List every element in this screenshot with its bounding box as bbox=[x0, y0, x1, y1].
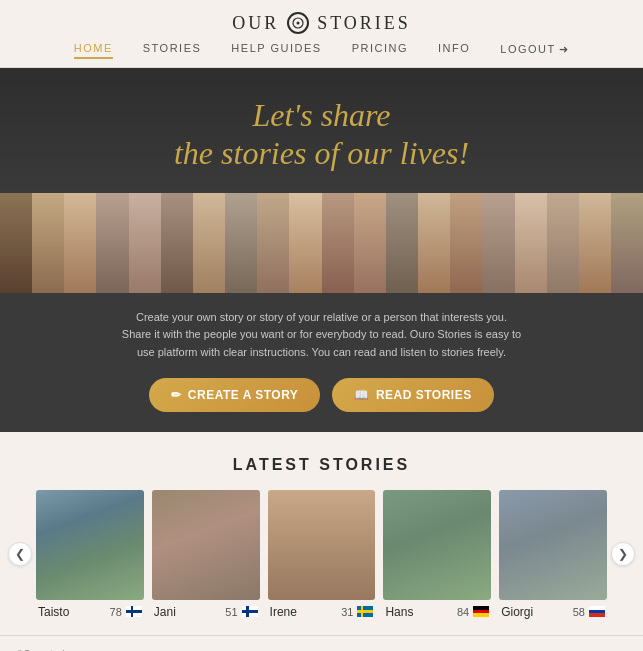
story-card-irene: Irene 31 bbox=[268, 490, 376, 619]
face-4 bbox=[96, 193, 128, 293]
face-16 bbox=[482, 193, 514, 293]
hero-buttons: ✏ CREATE A STORY 📖 READ STORIES bbox=[120, 378, 523, 412]
story-name-irene: Irene bbox=[270, 605, 297, 619]
hero-description: Create your own story or story of your r… bbox=[120, 309, 523, 362]
russia-flag-giorgi bbox=[589, 606, 605, 617]
carousel-prev-button[interactable]: ❮ bbox=[8, 542, 32, 566]
stories-list: Taisto 78 Jani 51 bbox=[32, 490, 611, 619]
story-name-hans: Hans bbox=[385, 605, 413, 619]
chevron-right-icon: ❯ bbox=[618, 547, 628, 561]
face-19 bbox=[579, 193, 611, 293]
nav-pricing[interactable]: PRICING bbox=[352, 42, 408, 59]
story-card-giorgi: Giorgi 58 bbox=[499, 490, 607, 619]
face-2 bbox=[32, 193, 64, 293]
finland-flag-taisto bbox=[126, 606, 142, 617]
story-age-hans: 84 bbox=[457, 606, 469, 618]
logo-icon bbox=[287, 12, 309, 34]
face-11 bbox=[322, 193, 354, 293]
story-age-flag-irene: 31 bbox=[341, 606, 373, 618]
story-info-giorgi: Giorgi 58 bbox=[499, 600, 607, 619]
story-info-jani: Jani 51 bbox=[152, 600, 260, 619]
latest-stories-title: LATEST STORIES bbox=[0, 456, 643, 474]
story-card-jani: Jani 51 bbox=[152, 490, 260, 619]
nav-logout[interactable]: LOGOUT ➜ bbox=[500, 42, 569, 59]
carousel-next-button[interactable]: ❯ bbox=[611, 542, 635, 566]
site-footer: ©Ourostories bbox=[0, 635, 643, 651]
finland-flag-jani bbox=[242, 606, 258, 617]
story-card-taisto: Taisto 78 bbox=[36, 490, 144, 619]
face-18 bbox=[547, 193, 579, 293]
nav-stories[interactable]: STORIES bbox=[143, 42, 202, 59]
story-card-hans: Hans 84 bbox=[383, 490, 491, 619]
story-image-taisto bbox=[36, 490, 144, 600]
read-stories-button[interactable]: 📖 READ STORIES bbox=[332, 378, 493, 412]
story-info-irene: Irene 31 bbox=[268, 600, 376, 619]
face-8 bbox=[225, 193, 257, 293]
story-age-jani: 51 bbox=[225, 606, 237, 618]
hero-section: Let's share the stories of our lives! bbox=[0, 68, 643, 432]
logo: OUR STORIES bbox=[0, 12, 643, 34]
chevron-left-icon: ❮ bbox=[15, 547, 25, 561]
story-name-jani: Jani bbox=[154, 605, 176, 619]
face-20 bbox=[611, 193, 643, 293]
face-15 bbox=[450, 193, 482, 293]
stories-carousel: ❮ Taisto 78 bbox=[0, 490, 643, 619]
main-nav: HOME STORIES HELP GUIDES PRICING INFO LO… bbox=[0, 42, 643, 59]
face-1 bbox=[0, 193, 32, 293]
pencil-icon: ✏ bbox=[171, 388, 182, 402]
story-info-taisto: Taisto 78 bbox=[36, 600, 144, 619]
face-3 bbox=[64, 193, 96, 293]
story-image-hans bbox=[383, 490, 491, 600]
hero-title-line1: Let's share bbox=[20, 96, 623, 134]
face-14 bbox=[418, 193, 450, 293]
story-age-flag-giorgi: 58 bbox=[573, 606, 605, 618]
hero-lower: Create your own story or story of your r… bbox=[0, 293, 643, 432]
story-info-hans: Hans 84 bbox=[383, 600, 491, 619]
face-13 bbox=[386, 193, 418, 293]
site-header: OUR STORIES HOME STORIES HELP GUIDES PRI… bbox=[0, 0, 643, 68]
story-name-giorgi: Giorgi bbox=[501, 605, 533, 619]
story-age-irene: 31 bbox=[341, 606, 353, 618]
nav-home[interactable]: HOME bbox=[74, 42, 113, 59]
face-12 bbox=[354, 193, 386, 293]
logo-text-left: OUR bbox=[232, 13, 279, 34]
book-icon: 📖 bbox=[354, 388, 370, 402]
hero-title-line2: the stories of our lives! bbox=[20, 134, 623, 172]
nav-help-guides[interactable]: HELP GUIDES bbox=[231, 42, 321, 59]
logo-text-right: STORIES bbox=[317, 13, 411, 34]
story-name-taisto: Taisto bbox=[38, 605, 69, 619]
face-10 bbox=[289, 193, 321, 293]
story-image-giorgi bbox=[499, 490, 607, 600]
latest-stories-section: LATEST STORIES ❮ Taisto 78 bbox=[0, 432, 643, 635]
svg-point-1 bbox=[297, 22, 300, 25]
story-age-flag-jani: 51 bbox=[225, 606, 257, 618]
story-age-flag-taisto: 78 bbox=[110, 606, 142, 618]
logout-icon: ➜ bbox=[559, 43, 570, 56]
story-age-giorgi: 58 bbox=[573, 606, 585, 618]
story-age-flag-hans: 84 bbox=[457, 606, 489, 618]
story-age-taisto: 78 bbox=[110, 606, 122, 618]
face-5 bbox=[129, 193, 161, 293]
faces-strip bbox=[0, 193, 643, 293]
face-17 bbox=[515, 193, 547, 293]
face-9 bbox=[257, 193, 289, 293]
germany-flag-hans bbox=[473, 606, 489, 617]
sweden-flag-irene bbox=[357, 606, 373, 617]
story-image-irene bbox=[268, 490, 376, 600]
face-7 bbox=[193, 193, 225, 293]
face-6 bbox=[161, 193, 193, 293]
story-image-jani bbox=[152, 490, 260, 600]
create-story-button[interactable]: ✏ CREATE A STORY bbox=[149, 378, 320, 412]
hero-title-block: Let's share the stories of our lives! bbox=[0, 68, 643, 193]
nav-info[interactable]: INFO bbox=[438, 42, 470, 59]
